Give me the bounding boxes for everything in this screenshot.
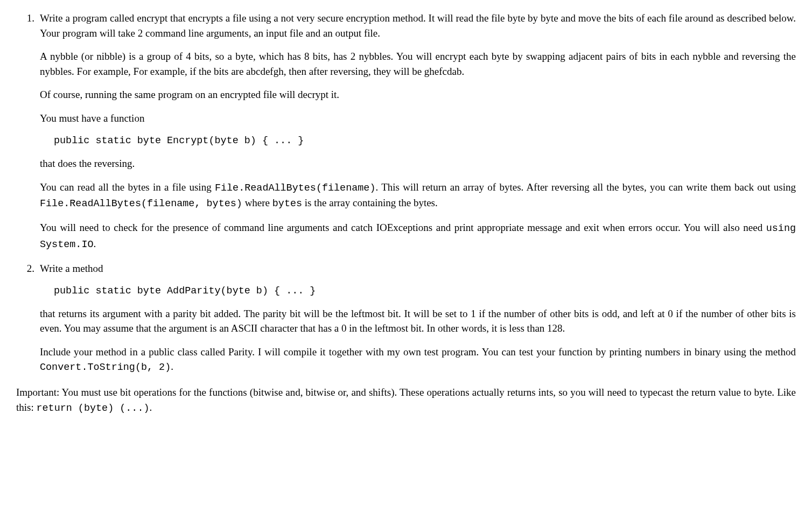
- text-span: that returns its argument with a parity …: [40, 308, 796, 334]
- code-span: bytes: [272, 198, 302, 209]
- text-span: .: [150, 402, 152, 413]
- list-item-body: Write a program called encrypt that encr…: [40, 11, 796, 253]
- text-span: Write a program called encrypt that encr…: [40, 12, 796, 39]
- paragraph: Write a program called encrypt that encr…: [40, 11, 796, 40]
- code-span: File.ReadAllBytes(filename, bytes): [40, 198, 242, 209]
- paragraph: You can read all the bytes in a file usi…: [40, 180, 796, 212]
- paragraph: Of course, running the same program on a…: [40, 87, 796, 102]
- paragraph: that does the reversing.: [40, 156, 796, 171]
- text-span: .: [171, 361, 173, 372]
- text-span: A nybble (or nibble) is a group of 4 bit…: [40, 51, 796, 77]
- text-span: is the array containing the bytes.: [302, 197, 438, 208]
- text-span: You must have a function: [40, 113, 144, 124]
- list-item: 2.Write a methodpublic static byte AddPa…: [16, 261, 796, 376]
- text-span: You will need to check for the presence …: [40, 222, 766, 233]
- list-item-number: 1.: [16, 11, 40, 253]
- text-span: that does the reversing.: [40, 158, 135, 169]
- paragraph: You will need to check for the presence …: [40, 220, 796, 252]
- important-note: Important: You must use bit operations f…: [16, 385, 796, 416]
- text-span: . This will return an array of bytes. Af…: [375, 181, 796, 193]
- paragraph: A nybble (or nibble) is a group of 4 bit…: [40, 49, 796, 79]
- code-span: return (byte) (...): [36, 403, 149, 414]
- list-item-body: Write a methodpublic static byte AddPari…: [40, 261, 796, 376]
- text-span: Include your method in a public class ca…: [40, 346, 796, 357]
- text-span: Write a method: [40, 263, 103, 274]
- list-item-number: 2.: [16, 261, 40, 376]
- paragraph: Include your method in a public class ca…: [40, 345, 796, 375]
- text-span: Of course, running the same program on a…: [40, 89, 339, 100]
- paragraph: You must have a function: [40, 111, 796, 126]
- text-span: where: [242, 197, 272, 208]
- code-block: public static byte Encrypt(byte b) { ...…: [54, 134, 796, 149]
- paragraph: that returns its argument with a parity …: [40, 306, 796, 336]
- code-span: Convert.ToString(b, 2): [40, 362, 171, 373]
- paragraph: Write a method: [40, 261, 796, 276]
- text-span: .: [94, 238, 96, 249]
- list-item: 1.Write a program called encrypt that en…: [16, 11, 796, 253]
- code-block: public static byte AddParity(byte b) { .…: [54, 284, 796, 299]
- ordered-list: 1.Write a program called encrypt that en…: [16, 11, 796, 375]
- code-span: File.ReadAllBytes(filename): [215, 183, 375, 194]
- text-span: You can read all the bytes in a file usi…: [40, 181, 215, 193]
